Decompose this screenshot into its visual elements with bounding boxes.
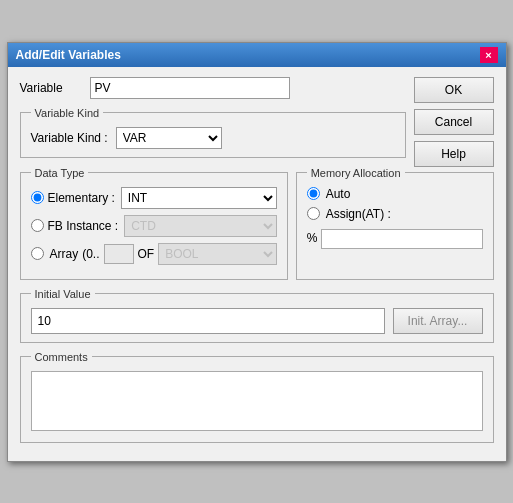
variable-kind-row: Variable Kind : VAR VAR_INPUT VAR_OUTPUT… xyxy=(31,127,395,149)
array-row: Array (0.. OF BOOL INT REAL xyxy=(31,243,277,265)
variable-label: Variable xyxy=(20,81,90,95)
assign-label: Assign(AT) : xyxy=(326,207,391,221)
comments-group: Comments xyxy=(20,351,494,443)
dialog-content: Variable Variable Kind Variable Kind : V… xyxy=(8,67,506,461)
array-radio[interactable] xyxy=(31,247,44,260)
window-title: Add/Edit Variables xyxy=(16,48,121,62)
initial-value-group: Initial Value Init. Array... xyxy=(20,288,494,343)
comments-legend: Comments xyxy=(31,351,92,363)
close-button[interactable]: × xyxy=(480,47,498,63)
data-type-group: Data Type Elementary : INT BOOL BYTE WOR… xyxy=(20,167,288,280)
fb-instance-row: FB Instance : CTD CTU TON TOF xyxy=(31,215,277,237)
variable-kind-select[interactable]: VAR VAR_INPUT VAR_OUTPUT VAR_IN_OUT VAR_… xyxy=(116,127,222,149)
elementary-row: Elementary : INT BOOL BYTE WORD DWORD RE… xyxy=(31,187,277,209)
array-type-select[interactable]: BOOL INT REAL xyxy=(158,243,276,265)
variable-kind-label: Variable Kind : xyxy=(31,131,108,145)
initial-value-row: Init. Array... xyxy=(31,308,483,334)
auto-radio[interactable] xyxy=(307,187,320,200)
init-array-button[interactable]: Init. Array... xyxy=(393,308,483,334)
percent-input[interactable] xyxy=(321,229,482,249)
memory-allocation-legend: Memory Allocation xyxy=(307,167,405,179)
ok-button[interactable]: OK xyxy=(414,77,494,103)
array-label: Array xyxy=(50,247,79,261)
array-to-input[interactable] xyxy=(104,244,134,264)
assign-row: Assign(AT) : xyxy=(307,207,483,221)
main-window: Add/Edit Variables × Variable Variable K… xyxy=(7,42,507,462)
middle-section: Data Type Elementary : INT BOOL BYTE WOR… xyxy=(20,167,494,288)
assign-radio[interactable] xyxy=(307,207,320,220)
elementary-radio[interactable] xyxy=(31,191,44,204)
initial-value-legend: Initial Value xyxy=(31,288,95,300)
help-button[interactable]: Help xyxy=(414,141,494,167)
variable-row: Variable xyxy=(20,77,406,99)
cancel-button[interactable]: Cancel xyxy=(414,109,494,135)
auto-row: Auto xyxy=(307,187,483,201)
memory-allocation-group: Memory Allocation Auto Assign(AT) : % xyxy=(296,167,494,280)
initial-value-input[interactable] xyxy=(31,308,385,334)
left-section: Variable Variable Kind Variable Kind : V… xyxy=(20,77,406,167)
data-type-legend: Data Type xyxy=(31,167,89,179)
percent-label: % xyxy=(307,231,318,245)
title-bar: Add/Edit Variables × xyxy=(8,43,506,67)
fb-instance-select[interactable]: CTD CTU TON TOF xyxy=(124,215,276,237)
action-buttons: OK Cancel Help xyxy=(414,77,494,167)
fb-instance-label: FB Instance : xyxy=(31,219,119,233)
top-section: Variable Variable Kind Variable Kind : V… xyxy=(20,77,494,167)
comments-textarea[interactable] xyxy=(31,371,483,431)
variable-kind-group: Variable Kind Variable Kind : VAR VAR_IN… xyxy=(20,107,406,158)
elementary-select[interactable]: INT BOOL BYTE WORD DWORD REAL STRING xyxy=(121,187,277,209)
fb-instance-radio[interactable] xyxy=(31,219,44,232)
array-of-label: OF xyxy=(138,247,155,261)
auto-label: Auto xyxy=(326,187,351,201)
percent-row: % xyxy=(307,227,483,249)
array-from-label: (0.. xyxy=(82,247,99,261)
variable-kind-legend: Variable Kind xyxy=(31,107,104,119)
elementary-label: Elementary : xyxy=(31,191,115,205)
variable-input[interactable] xyxy=(90,77,290,99)
